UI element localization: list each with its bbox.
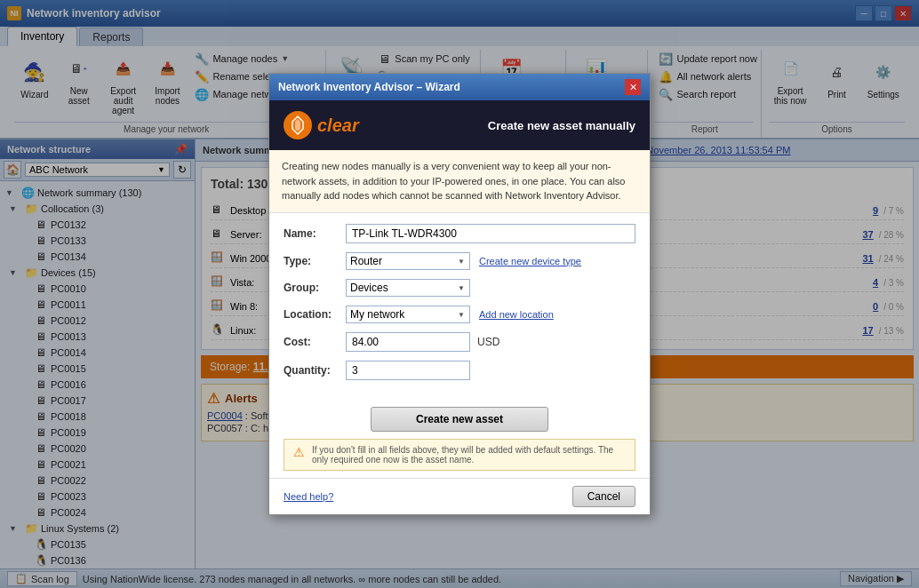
modal-desc-text: Creating new nodes manually is a very co…	[282, 161, 625, 201]
form-location-select-wrapper: My network Office Remote	[346, 306, 470, 323]
modal-title: Network Inventory Advisor – Wizard	[278, 81, 460, 93]
help-link[interactable]: Need help?	[284, 491, 333, 502]
form-quantity-input[interactable]	[346, 361, 470, 380]
modal-titlebar: Network Inventory Advisor – Wizard ✕	[269, 74, 650, 100]
form-row-group: Group: Devices Servers Workstations	[284, 279, 635, 297]
form-group-label: Group:	[284, 282, 346, 294]
form-group-select-wrapper: Devices Servers Workstations	[346, 279, 470, 297]
form-row-location: Location: My network Office Remote Add n…	[284, 306, 635, 323]
form-group-select[interactable]: Devices Servers Workstations	[346, 279, 470, 297]
form-type-label: Type:	[284, 255, 346, 267]
warning-text: If you don't fill in all fields above, t…	[312, 445, 626, 465]
modal-logo: clear	[284, 111, 359, 139]
modal-footer: Need help? Cancel	[269, 478, 650, 514]
form-cost-input[interactable]	[346, 332, 470, 352]
modal-description: Creating new nodes manually is a very co…	[269, 150, 650, 213]
cancel-button[interactable]: Cancel	[572, 486, 635, 507]
form-name-label: Name:	[284, 227, 346, 240]
form-location-select[interactable]: My network Office Remote	[346, 306, 470, 323]
modal-form: Name: Type: Router Switch Firewall Acces…	[269, 213, 650, 400]
form-row-type: Type: Router Switch Firewall Access Poin…	[284, 252, 635, 270]
create-type-link[interactable]: Create new device type	[479, 256, 581, 266]
warning-icon: ⚠	[293, 445, 305, 459]
add-location-link[interactable]: Add new location	[479, 309, 554, 320]
modal-overlay: Network Inventory Advisor – Wizard ✕ cle…	[0, 0, 919, 588]
modal-header-title: Create new asset manually	[370, 119, 635, 132]
logo-text: clear	[317, 115, 359, 136]
form-row-name: Name:	[284, 224, 635, 243]
form-row-cost: Cost: USD	[284, 332, 635, 352]
logo-icon	[284, 111, 312, 139]
form-name-input[interactable]	[346, 224, 635, 243]
modal-header: clear Create new asset manually	[269, 100, 650, 150]
form-type-select-wrapper: Router Switch Firewall Access Point Othe…	[346, 252, 470, 270]
create-asset-modal: Network Inventory Advisor – Wizard ✕ cle…	[268, 73, 651, 515]
form-row-quantity: Quantity:	[284, 361, 635, 380]
modal-warning: ⚠ If you don't fill in all fields above,…	[284, 439, 635, 471]
form-location-label: Location:	[284, 308, 346, 321]
logo-svg	[287, 115, 308, 136]
form-type-select[interactable]: Router Switch Firewall Access Point Othe…	[346, 252, 470, 270]
form-usd-label: USD	[477, 336, 499, 348]
form-quantity-label: Quantity:	[284, 364, 346, 377]
form-cost-label: Cost:	[284, 336, 346, 348]
create-new-asset-button[interactable]: Create new asset	[371, 407, 548, 432]
modal-close-button[interactable]: ✕	[625, 79, 641, 95]
